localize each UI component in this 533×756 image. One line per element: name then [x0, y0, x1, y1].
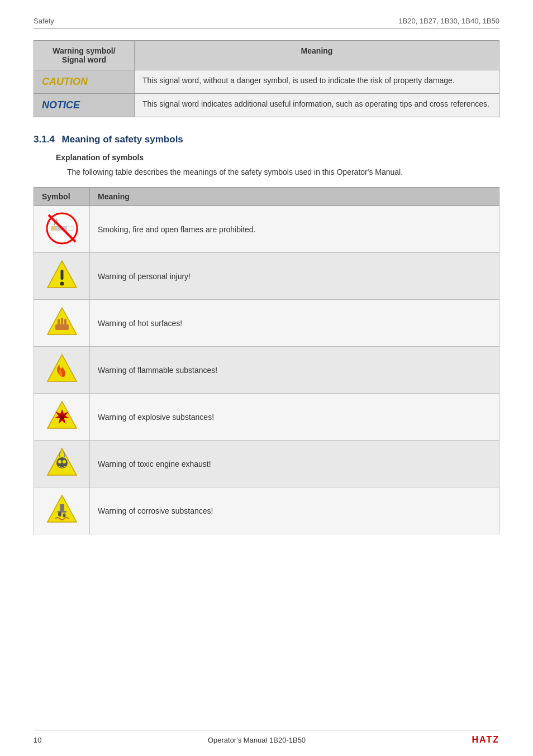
symbol-explosive: [34, 394, 90, 441]
caution-label: CAUTION: [42, 76, 88, 87]
symbol-personal-injury: [34, 253, 90, 300]
signal-table: Warning symbol/ Signal word Meaning CAUT…: [34, 40, 499, 117]
svg-point-19: [58, 460, 61, 463]
caution-symbol-cell: CAUTION: [34, 70, 135, 94]
header-right: 1B20, 1B27, 1B30, 1B40, 1B50: [398, 17, 499, 25]
svg-point-20: [63, 460, 66, 463]
svg-rect-11: [61, 318, 63, 327]
svg-point-7: [60, 282, 64, 286]
hot-surfaces-icon: [45, 305, 79, 339]
svg-rect-3: [66, 226, 73, 231]
header-left: Safety: [34, 17, 54, 25]
footer-center-text: Operator's Manual 1B20-1B50: [208, 736, 306, 744]
flammable-icon: [45, 352, 79, 386]
table-row: NOTICE This signal word indicates additi…: [34, 94, 499, 117]
svg-point-18: [56, 457, 68, 468]
table-row: Warning of flammable substances!: [34, 347, 499, 394]
svg-rect-23: [58, 511, 66, 513]
footer-brand: HATZ: [472, 735, 499, 745]
symbol-flammable: [34, 347, 90, 394]
toxic-icon: [45, 446, 79, 480]
symbol-meaning-2: Warning of hot surfaces!: [90, 300, 499, 347]
explosive-icon: [45, 399, 79, 433]
table-row: Smoking, fire and open flames are prohib…: [34, 206, 499, 253]
personal-injury-icon: [45, 259, 79, 292]
svg-point-16: [60, 415, 64, 419]
symbol-meaning-0: Smoking, fire and open flames are prohib…: [90, 206, 499, 253]
sub-heading: Explanation of symbols: [56, 153, 499, 162]
corrosive-icon: [45, 493, 79, 527]
section-heading: 3.1.4 Meaning of safety symbols: [34, 134, 499, 145]
symbol-meaning-4: Warning of explosive substances!: [90, 394, 499, 441]
page-header: Safety 1B20, 1B27, 1B30, 1B40, 1B50: [34, 17, 499, 29]
signal-col2-header: Meaning: [135, 41, 499, 70]
page-footer: 10 Operator's Manual 1B20-1B50 HATZ: [34, 730, 499, 745]
symbol-toxic: [34, 441, 90, 487]
symbol-meaning-6: Warning of corrosive substances!: [90, 487, 499, 534]
table-row: Warning of hot surfaces!: [34, 300, 499, 347]
symbol-meaning-3: Warning of flammable substances!: [90, 347, 499, 394]
svg-rect-12: [64, 319, 66, 327]
symbols-col1-header: Symbol: [34, 188, 90, 206]
notice-meaning-cell: This signal word indicates additional us…: [135, 94, 499, 117]
notice-symbol-cell: NOTICE: [34, 94, 135, 117]
table-row: CAUTION This signal word, without a dang…: [34, 70, 499, 94]
svg-point-25: [63, 514, 65, 518]
symbol-hot-surfaces: [34, 300, 90, 347]
svg-rect-6: [60, 270, 63, 280]
table-row: Warning of explosive substances!: [34, 394, 499, 441]
symbol-no-smoking: [34, 206, 90, 253]
svg-rect-10: [58, 319, 60, 327]
symbol-meaning-5: Warning of toxic engine exhaust!: [90, 441, 499, 487]
symbols-col2-header: Meaning: [90, 188, 499, 206]
table-row: Warning of toxic engine exhaust!: [34, 441, 499, 487]
intro-text: The following table describes the meanin…: [67, 166, 499, 178]
table-row: Warning of corrosive substances!: [34, 487, 499, 534]
caution-meaning-cell: This signal word, without a danger symbo…: [135, 70, 499, 94]
symbol-corrosive: [34, 487, 90, 534]
table-row: Warning of personal injury!: [34, 253, 499, 300]
symbol-meaning-1: Warning of personal injury!: [90, 253, 499, 300]
section-title: Meaning of safety symbols: [62, 134, 183, 145]
symbols-table: Symbol Meaning: [34, 187, 499, 534]
notice-label: NOTICE: [42, 99, 80, 111]
signal-col1-header: Warning symbol/ Signal word: [34, 41, 135, 70]
svg-point-24: [58, 512, 61, 516]
svg-rect-22: [60, 504, 64, 511]
svg-rect-2: [51, 226, 55, 231]
footer-page-number: 10: [34, 736, 41, 744]
section-number: 3.1.4: [34, 134, 55, 145]
no-smoking-icon: [45, 212, 79, 245]
